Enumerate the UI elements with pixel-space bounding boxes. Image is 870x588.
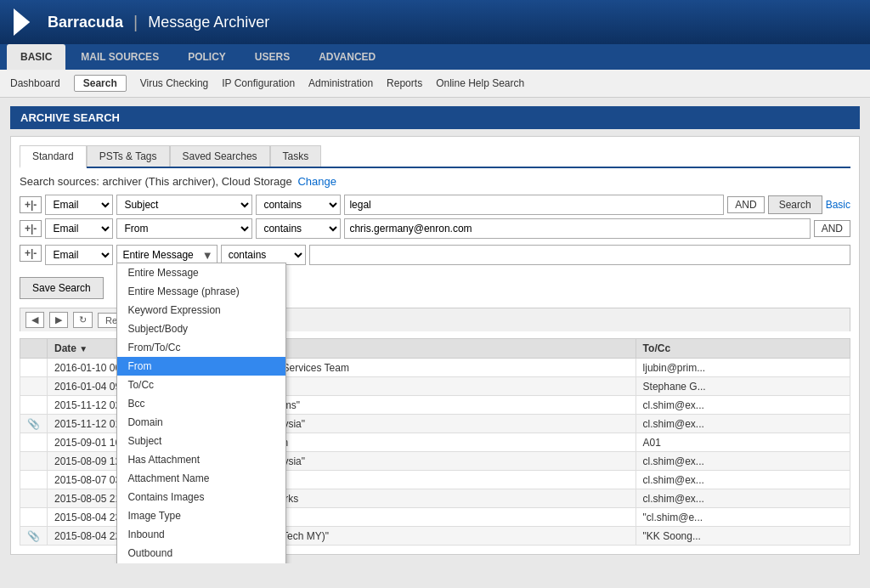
dropdown-item-entire-message-phrase[interactable]: Entire Message (phrase): [117, 282, 285, 301]
tab-mail-sources[interactable]: MAIL SOURCES: [67, 44, 172, 70]
and-button-1[interactable]: AND: [727, 196, 764, 213]
dropdown-item-entire-message[interactable]: Entire Message: [117, 263, 285, 282]
subnav-search[interactable]: Search: [74, 75, 127, 92]
search-button[interactable]: Search: [768, 195, 822, 214]
panel-tab-psts[interactable]: PSTs & Tags: [87, 145, 170, 167]
change-link[interactable]: Change: [297, 175, 336, 188]
dropdown-item-keyword-expression[interactable]: Keyword Expression: [117, 301, 285, 319]
add-row-2-button[interactable]: +|-: [20, 220, 42, 237]
dropdown-item-from-to-cc[interactable]: From/To/Cc: [117, 338, 285, 357]
and-button-2[interactable]: AND: [814, 220, 850, 237]
tocc-cell: Stephane G...: [636, 377, 850, 396]
dropdown-item-domain[interactable]: Domain: [117, 413, 285, 432]
attach-cell: [20, 396, 48, 415]
tocc-cell: ljubin@prim...: [636, 359, 850, 377]
search-value-3[interactable]: [309, 245, 850, 265]
subnav-reports[interactable]: Reports: [387, 77, 422, 89]
prev-button[interactable]: ◀: [25, 312, 44, 328]
attach-cell: [20, 433, 48, 452]
tocc-cell: cl.shim@ex...: [636, 471, 850, 489]
logo-text: Barracuda: [48, 14, 123, 31]
dropdown-item-contains-images[interactable]: Contains Images: [117, 488, 285, 506]
col-header-attach[interactable]: [20, 339, 48, 359]
header: Barracuda | Message Archiver: [0, 0, 870, 44]
add-row-3-button[interactable]: +|-: [20, 245, 42, 262]
panel-tab-tasks[interactable]: Tasks: [270, 145, 322, 167]
search-row-3: +|- Email Entire Message ▼ Entire Messag…: [20, 242, 850, 265]
main-content: ARCHIVE SEARCH Standard PSTs & Tags Save…: [0, 98, 870, 563]
condition-select-2[interactable]: contains: [256, 218, 341, 239]
panel-tabs: Standard PSTs & Tags Saved Searches Task…: [20, 145, 850, 168]
tocc-cell: "cl.shim@e...: [636, 508, 850, 527]
basic-link[interactable]: Basic: [826, 199, 850, 211]
tocc-cell: cl.shim@ex...: [636, 452, 850, 471]
dropdown-item-subject-body[interactable]: Subject/Body: [117, 319, 285, 338]
tocc-cell: A01: [636, 433, 850, 452]
dropdown-arrow-icon: ▼: [199, 249, 217, 262]
tab-basic[interactable]: BASIC: [7, 44, 65, 70]
subnav-online-help[interactable]: Online Help Search: [436, 77, 524, 89]
tocc-cell: cl.shim@ex...: [636, 489, 850, 508]
dropdown-item-subject[interactable]: Subject: [117, 432, 285, 450]
tab-advanced[interactable]: ADVANCED: [305, 44, 389, 70]
attach-cell: [20, 452, 48, 471]
section-title: ARCHIVE SEARCH: [10, 106, 860, 129]
field-select-1[interactable]: Subject: [116, 195, 252, 215]
panel-tab-saved-searches[interactable]: Saved Searches: [170, 145, 270, 167]
type-select-3[interactable]: Email: [45, 245, 113, 265]
col-header-tocc[interactable]: To/Cc: [636, 339, 850, 359]
search-sources: Search sources: archiver (This archiver)…: [20, 175, 850, 188]
dropdown-item-to-cc[interactable]: To/Cc: [117, 376, 285, 394]
field-dropdown-3[interactable]: Entire Message ▼ Entire Message Entire M…: [116, 242, 217, 265]
field-dropdown-menu-3[interactable]: Entire Message Entire Message (phrase) K…: [116, 263, 286, 563]
product-name: Message Archiver: [148, 14, 269, 31]
attach-cell: 📎: [20, 415, 48, 433]
subnav-administration[interactable]: Administration: [308, 77, 373, 89]
dropdown-item-bcc[interactable]: Bcc: [117, 394, 285, 413]
search-value-1[interactable]: [344, 195, 724, 215]
tocc-cell: cl.shim@ex...: [636, 415, 850, 433]
search-value-2[interactable]: [344, 218, 810, 239]
search-row-2: +|- Email From contains AND: [20, 218, 850, 239]
attach-cell: [20, 471, 48, 489]
dropdown-item-from[interactable]: From: [117, 357, 285, 376]
archive-panel: Standard PSTs & Tags Saved Searches Task…: [10, 136, 860, 555]
nav-tabs: BASIC MAIL SOURCES POLICY USERS ADVANCED: [0, 44, 870, 70]
sort-arrow-icon: ▼: [79, 344, 88, 353]
tab-policy[interactable]: POLICY: [174, 44, 240, 70]
field-select-3-value: Entire Message: [117, 249, 198, 261]
dropdown-item-internal[interactable]: Internal: [117, 563, 285, 563]
dropdown-item-image-type[interactable]: Image Type: [117, 506, 285, 525]
attach-cell: [20, 508, 48, 527]
logo-area: Barracuda | Message Archiver: [14, 8, 269, 36]
search-sources-text: Search sources: archiver (This archiver)…: [20, 175, 292, 188]
search-row-1: +|- Email Subject contains AND Search Ba…: [20, 195, 850, 215]
attach-cell: [20, 489, 48, 508]
condition-select-1[interactable]: contains: [256, 195, 341, 215]
attach-cell: [20, 359, 48, 377]
subnav-dashboard[interactable]: Dashboard: [10, 77, 60, 89]
subnav-virus-checking[interactable]: Virus Checking: [140, 77, 208, 89]
dropdown-item-attachment-name[interactable]: Attachment Name: [117, 469, 285, 488]
dropdown-item-outbound[interactable]: Outbound: [117, 544, 285, 563]
barracuda-logo-icon: [14, 8, 41, 36]
subnav-ip-configuration[interactable]: IP Configuration: [222, 77, 295, 89]
tocc-cell: "KK Soong...: [636, 527, 850, 546]
add-row-1-button[interactable]: +|-: [20, 196, 42, 213]
dropdown-item-inbound[interactable]: Inbound: [117, 525, 285, 544]
dropdown-item-has-attachment[interactable]: Has Attachment: [117, 450, 285, 469]
type-select-2[interactable]: Email: [45, 218, 113, 239]
logo-divider: |: [133, 13, 138, 32]
save-search-button[interactable]: Save Search: [20, 277, 104, 299]
next-button[interactable]: ▶: [49, 312, 68, 328]
type-select-1[interactable]: Email: [45, 195, 113, 215]
attach-cell: [20, 377, 48, 396]
refresh-button[interactable]: ↻: [73, 312, 93, 328]
attach-cell: 📎: [20, 527, 48, 546]
tab-users[interactable]: USERS: [241, 44, 303, 70]
sub-nav: Dashboard Search Virus Checking IP Confi…: [0, 70, 870, 98]
field-select-2[interactable]: From: [116, 218, 252, 239]
panel-tab-standard[interactable]: Standard: [20, 145, 87, 168]
tocc-cell: cl.shim@ex...: [636, 396, 850, 415]
